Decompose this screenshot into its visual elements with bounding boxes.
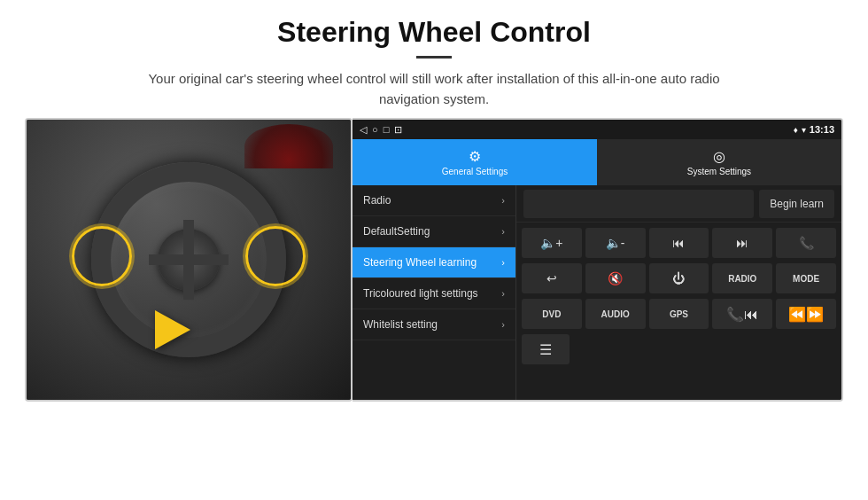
back-nav-icon[interactable]: ◁: [360, 124, 367, 136]
steering-wheel-spoke-v: [183, 220, 194, 300]
audio-label: AUDIO: [601, 309, 630, 319]
call-prev-icon: 📞⏮: [726, 306, 758, 323]
status-bar: ◁ ○ □ ⊡ ♦ ▾ 13:13: [353, 120, 841, 139]
dvd-button[interactable]: DVD: [522, 299, 582, 329]
tab-general-settings[interactable]: ⚙ General Settings: [353, 139, 597, 185]
status-bar-right: ♦ ▾ 13:13: [794, 124, 834, 135]
page-subtitle: Your original car's steering wheel contr…: [124, 69, 744, 109]
menu-radio-chevron: ›: [501, 195, 505, 206]
right-panel: Begin learn 🔈+ 🔈- ⏮ ⏭: [516, 185, 841, 400]
dashboard-bg: [244, 124, 333, 168]
cast-nav-icon[interactable]: ⊡: [394, 124, 402, 136]
power-icon: ⏻: [672, 271, 685, 285]
menu-item-steering-wheel[interactable]: Steering Wheel learning ›: [353, 247, 515, 278]
menu-radio-label: Radio: [363, 194, 391, 207]
button-group-left-highlight: [72, 226, 132, 286]
system-settings-icon: ◎: [713, 148, 725, 165]
recents-nav-icon[interactable]: □: [384, 124, 390, 135]
location-icon: ♦: [794, 125, 798, 135]
blank-input-box: [523, 190, 754, 218]
top-action-row: Begin learn: [516, 185, 841, 223]
menu-icon-button[interactable]: ☰: [522, 334, 570, 364]
menu-default-label: DefaultSetting: [363, 225, 430, 238]
arrow-shape: [155, 310, 190, 349]
home-nav-icon[interactable]: ○: [372, 124, 378, 135]
gps-button[interactable]: GPS: [649, 299, 709, 329]
menu-item-radio[interactable]: Radio ›: [353, 185, 515, 216]
next-track-button[interactable]: ⏭: [712, 228, 772, 258]
vol-up-icon: 🔈+: [540, 236, 562, 250]
wifi-icon: ▾: [802, 125, 806, 135]
menu-tricoloured-chevron: ›: [501, 288, 505, 299]
page-header: Steering Wheel Control Your original car…: [0, 0, 868, 118]
vol-down-icon: 🔈-: [606, 236, 625, 250]
button-group-right-highlight: [245, 226, 306, 286]
arrow-indicator: [155, 310, 190, 349]
phone-ui-panel: ◁ ○ □ ⊡ ♦ ▾ 13:13 ⚙ General Settings ◎ S…: [353, 118, 843, 402]
system-settings-label: System Settings: [687, 167, 751, 176]
menu-steering-chevron: ›: [501, 257, 505, 268]
gps-label: GPS: [670, 309, 688, 319]
tab-system-settings[interactable]: ◎ System Settings: [597, 139, 841, 185]
power-button[interactable]: ⏻: [649, 263, 709, 293]
menu-item-whitelist[interactable]: Whitelist setting ›: [353, 309, 515, 340]
mute-button[interactable]: 🔇: [585, 263, 646, 293]
mode-text-button[interactable]: MODE: [776, 263, 836, 293]
back-icon: ↩: [546, 271, 557, 285]
menu-whitelist-label: Whitelist setting: [363, 318, 438, 331]
steering-wheel-image: [25, 118, 353, 402]
prev-track-button[interactable]: ⏮: [649, 228, 709, 258]
phone-button[interactable]: 📞: [776, 228, 836, 258]
extra-icon-row: ☰: [516, 334, 841, 364]
call-prev-button[interactable]: 📞⏮: [712, 299, 772, 329]
steering-wheel-bg: [27, 120, 351, 400]
status-bar-left: ◁ ○ □ ⊡: [360, 124, 402, 136]
menu-icon: ☰: [539, 341, 552, 358]
mode-text-label: MODE: [793, 274, 819, 284]
radio-text-button[interactable]: RADIO: [712, 263, 772, 293]
seek-icon: ⏪⏩: [788, 306, 824, 323]
next-track-icon: ⏭: [736, 236, 748, 250]
menu-tricoloured-label: Tricoloured light settings: [363, 287, 478, 300]
menu-default-chevron: ›: [501, 226, 505, 237]
general-settings-icon: ⚙: [469, 148, 481, 165]
begin-learn-button[interactable]: Begin learn: [759, 190, 834, 218]
audio-button[interactable]: AUDIO: [585, 299, 646, 329]
content-area: ◁ ○ □ ⊡ ♦ ▾ 13:13 ⚙ General Settings ◎ S…: [0, 118, 868, 410]
tab-bar: ⚙ General Settings ◎ System Settings: [353, 139, 841, 185]
left-menu: Radio › DefaultSetting › Steering Wheel …: [353, 185, 516, 400]
dvd-label: DVD: [542, 309, 561, 319]
seek-button[interactable]: ⏪⏩: [776, 299, 836, 329]
radio-text-label: RADIO: [728, 274, 756, 284]
prev-track-icon: ⏮: [672, 236, 685, 250]
vol-up-button[interactable]: 🔈+: [522, 228, 582, 258]
control-grid-row1: 🔈+ 🔈- ⏮ ⏭ 📞: [516, 223, 841, 263]
mute-icon: 🔇: [608, 271, 623, 285]
title-divider: [416, 56, 452, 59]
control-grid-row2: ↩ 🔇 ⏻ RADIO MODE: [516, 263, 841, 299]
status-time: 13:13: [810, 124, 834, 135]
control-grid-row3: DVD AUDIO GPS 📞⏮ ⏪⏩: [516, 299, 841, 334]
menu-steering-label: Steering Wheel learning: [363, 256, 477, 269]
menu-item-tricoloured[interactable]: Tricoloured light settings ›: [353, 278, 515, 309]
phone-icon: 📞: [799, 236, 814, 250]
vol-down-button[interactable]: 🔈-: [585, 228, 646, 258]
page-title: Steering Wheel Control: [18, 16, 850, 49]
menu-whitelist-chevron: ›: [501, 319, 505, 330]
main-content: Radio › DefaultSetting › Steering Wheel …: [353, 185, 841, 400]
back-button[interactable]: ↩: [522, 263, 582, 293]
general-settings-label: General Settings: [442, 167, 508, 176]
menu-item-default-setting[interactable]: DefaultSetting ›: [353, 216, 515, 247]
